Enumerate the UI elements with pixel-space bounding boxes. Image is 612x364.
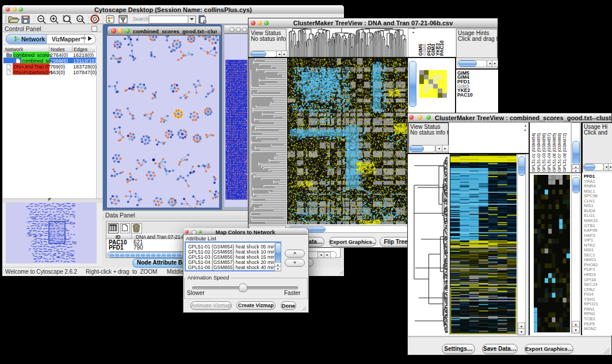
svg-text:Search:: Search:	[133, 16, 150, 22]
svg-text:1:1: 1:1	[78, 17, 82, 21]
